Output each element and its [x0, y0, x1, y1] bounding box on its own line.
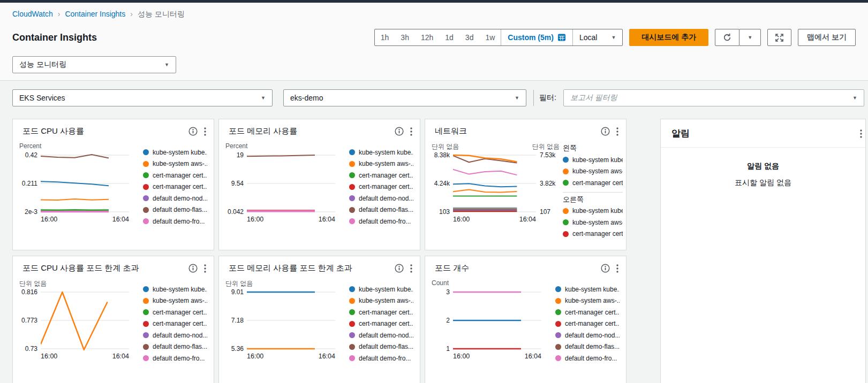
kebab-menu-icon[interactable]: [616, 127, 618, 136]
plot-block: 단위 없음9.017.185.3616:0016:04: [223, 279, 335, 364]
legend-item[interactable]: kube-system kube...: [349, 147, 413, 158]
kebab-menu-icon[interactable]: [616, 264, 618, 273]
legend-item[interactable]: default demo-nod...: [143, 193, 207, 204]
legend-item[interactable]: kube-system aws-...: [143, 295, 207, 307]
chart-plot[interactable]: [247, 152, 335, 214]
legend-item[interactable]: default demo-fro...: [555, 353, 620, 364]
legend-item[interactable]: cert-manager cert...: [349, 170, 413, 181]
report-filter-input[interactable]: 보고서 필터링 ▼: [563, 89, 864, 106]
legend-item[interactable]: kube-system kube...: [349, 284, 413, 295]
legend-item[interactable]: cert-manager cert...: [143, 181, 207, 193]
info-icon[interactable]: [395, 264, 404, 273]
x-tick-label: 16:00: [41, 216, 57, 223]
legend-item[interactable]: kube-system aws-...: [349, 158, 413, 170]
legend-item[interactable]: default demo-fro...: [143, 216, 207, 227]
chart-plot[interactable]: [41, 289, 129, 351]
x-tick-label: 16:04: [112, 216, 129, 223]
legend-item[interactable]: cert-manager cert...: [143, 318, 207, 330]
breadcrumb-cloudwatch[interactable]: CloudWatch: [12, 10, 53, 18]
kebab-menu-icon[interactable]: [204, 264, 206, 273]
legend-item[interactable]: cert-manager cert...: [349, 318, 413, 330]
legend-item[interactable]: default demo-flas...: [555, 341, 620, 353]
legend-item[interactable]: kube-system kube...: [143, 284, 207, 295]
legend-item[interactable]: cert-manager cert...: [555, 318, 620, 330]
breadcrumb-container-insights[interactable]: Container Insights: [65, 10, 125, 18]
x-tick-label: 16:00: [453, 353, 470, 360]
series-color-dot: [349, 332, 355, 338]
legend-item[interactable]: cert-manager cert...: [563, 177, 623, 189]
info-icon[interactable]: [188, 264, 198, 273]
legend-item[interactable]: default demo-nod...: [143, 330, 207, 341]
add-to-dashboard-button[interactable]: 대시보드에 추가: [629, 29, 708, 46]
kebab-menu-icon[interactable]: [410, 264, 412, 273]
time-range-12h[interactable]: 12h: [415, 29, 439, 45]
time-range-3d[interactable]: 3d: [459, 29, 480, 45]
legend-item[interactable]: kube-system kube...: [563, 205, 623, 217]
toolbar: 1h 3h 12h 1d 3d 1w Custom (5m): [374, 29, 856, 46]
y-tick-label: 0.816: [21, 288, 37, 296]
refresh-button[interactable]: [715, 29, 739, 46]
chart-plot[interactable]: [453, 152, 536, 214]
timezone-select[interactable]: Local ▼: [572, 29, 622, 45]
chart-plot[interactable]: [453, 289, 541, 351]
kebab-menu-icon[interactable]: [204, 127, 206, 136]
view-in-map-button[interactable]: 맵에서 보기: [798, 29, 856, 46]
legend-item[interactable]: cert-manager cert...: [563, 228, 623, 240]
legend-item[interactable]: kube-system kube...: [143, 147, 207, 158]
legend-item[interactable]: kube-system kube...: [555, 284, 620, 295]
legend-item[interactable]: default demo-flas...: [143, 341, 207, 353]
view-selector[interactable]: 성능 모니터링 ▼: [12, 56, 176, 73]
time-range-1w[interactable]: 1w: [479, 29, 501, 45]
legend-item[interactable]: default demo-fro...: [143, 353, 207, 364]
legend-item[interactable]: cert-manager cert...: [349, 181, 413, 193]
info-icon[interactable]: [395, 127, 404, 136]
legend-item[interactable]: kube-system aws-...: [563, 217, 623, 228]
legend-item[interactable]: kube-system aws-...: [555, 295, 620, 307]
kebab-menu-icon[interactable]: [410, 127, 412, 136]
info-icon[interactable]: [601, 127, 610, 136]
legend-item[interactable]: default demo-nod...: [349, 330, 413, 341]
y-axis-ticks: 321: [429, 289, 453, 351]
refresh-options-button[interactable]: ▼: [739, 29, 761, 46]
fullscreen-button[interactable]: [767, 29, 791, 46]
chart-plot[interactable]: [247, 289, 335, 351]
legend-label: kube-system aws-...: [153, 160, 207, 167]
legend-item[interactable]: default demo-flas...: [143, 204, 207, 216]
series-color-dot: [563, 180, 569, 186]
legend-label: kube-system kube...: [359, 286, 413, 293]
legend-label: cert-manager cert...: [153, 309, 207, 316]
info-icon[interactable]: [601, 264, 610, 273]
time-range-1h[interactable]: 1h: [375, 29, 395, 45]
legend-item[interactable]: default demo-fro...: [349, 353, 413, 364]
legend-item[interactable]: default demo-flas...: [349, 204, 413, 216]
chart-card: 포드 메모리 사용률 포드 한계 초과 단위 없음9.017.185.3616:…: [218, 256, 420, 383]
legend-item[interactable]: kube-system aws-...: [349, 295, 413, 307]
legend-item[interactable]: cert-manager cert...: [143, 170, 207, 181]
legend-item[interactable]: cert-manager cert...: [349, 307, 413, 318]
legend-item[interactable]: cert-manager cert...: [143, 307, 207, 318]
info-icon[interactable]: [188, 127, 198, 136]
y-tick-label: 9.54: [231, 180, 244, 187]
time-range-custom[interactable]: Custom (5m): [501, 29, 572, 45]
y-tick-label: 7.53k: [540, 151, 555, 159]
legend-item[interactable]: kube-system aws-...: [563, 166, 623, 178]
legend-item[interactable]: default demo-flas...: [349, 341, 413, 353]
legend-item[interactable]: kube-system aws-...: [143, 158, 207, 170]
service-type-select[interactable]: EKS Services ▼: [12, 89, 273, 106]
legend-item[interactable]: default demo-nod...: [555, 330, 620, 341]
chart-plot[interactable]: [41, 152, 129, 214]
legend-item[interactable]: default demo-nod...: [349, 193, 413, 204]
legend-item[interactable]: cert-manager cert...: [555, 307, 620, 318]
time-range-3h[interactable]: 3h: [395, 29, 415, 45]
plot-block: Count32116:0016:04: [429, 279, 541, 364]
chevron-right-icon: ›: [130, 10, 133, 18]
series-color-dot: [349, 172, 355, 178]
legend-item[interactable]: default demo-fro...: [349, 216, 413, 227]
series-color-dot: [349, 149, 355, 155]
service-select[interactable]: eks-demo ▼: [283, 89, 526, 106]
legend-label: kube-system aws-...: [153, 297, 207, 304]
time-range-1d[interactable]: 1d: [439, 29, 459, 45]
kebab-menu-icon[interactable]: [860, 129, 862, 139]
legend-item[interactable]: kube-system kube...: [563, 154, 623, 166]
legend-label: kube-system aws-...: [572, 219, 623, 226]
